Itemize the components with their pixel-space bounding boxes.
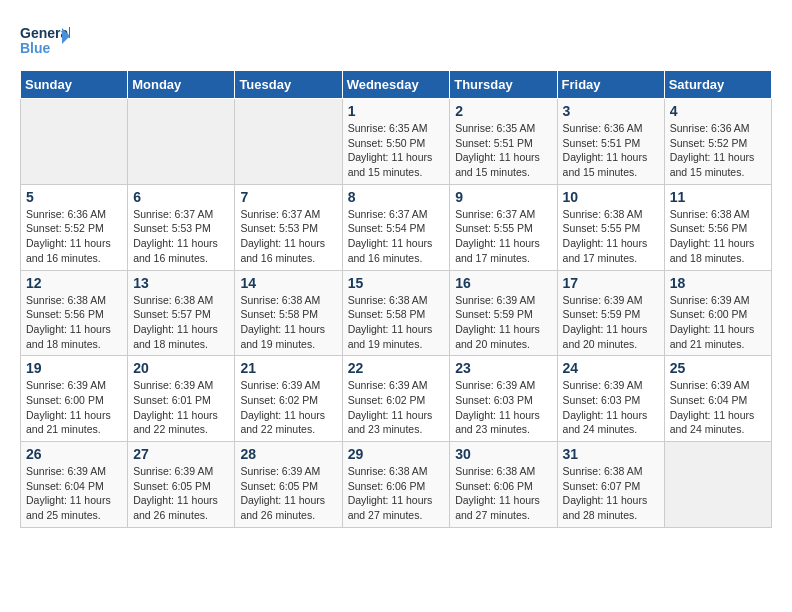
- calendar-cell: 4Sunrise: 6:36 AM Sunset: 5:52 PM Daylig…: [664, 99, 771, 185]
- day-number: 21: [240, 360, 336, 376]
- day-number: 9: [455, 189, 551, 205]
- day-info: Sunrise: 6:39 AM Sunset: 6:00 PM Dayligh…: [670, 293, 766, 352]
- day-info: Sunrise: 6:39 AM Sunset: 6:03 PM Dayligh…: [563, 378, 659, 437]
- day-info: Sunrise: 6:38 AM Sunset: 5:56 PM Dayligh…: [670, 207, 766, 266]
- calendar-cell: 30Sunrise: 6:38 AM Sunset: 6:06 PM Dayli…: [450, 442, 557, 528]
- day-number: 2: [455, 103, 551, 119]
- day-number: 31: [563, 446, 659, 462]
- calendar-cell: 20Sunrise: 6:39 AM Sunset: 6:01 PM Dayli…: [128, 356, 235, 442]
- day-number: 29: [348, 446, 445, 462]
- day-info: Sunrise: 6:39 AM Sunset: 6:03 PM Dayligh…: [455, 378, 551, 437]
- day-info: Sunrise: 6:35 AM Sunset: 5:51 PM Dayligh…: [455, 121, 551, 180]
- day-number: 15: [348, 275, 445, 291]
- day-number: 22: [348, 360, 445, 376]
- calendar-cell: [235, 99, 342, 185]
- calendar-cell: 3Sunrise: 6:36 AM Sunset: 5:51 PM Daylig…: [557, 99, 664, 185]
- day-info: Sunrise: 6:39 AM Sunset: 5:59 PM Dayligh…: [455, 293, 551, 352]
- week-row-4: 19Sunrise: 6:39 AM Sunset: 6:00 PM Dayli…: [21, 356, 772, 442]
- day-number: 10: [563, 189, 659, 205]
- weekday-header-saturday: Saturday: [664, 71, 771, 99]
- calendar-cell: 31Sunrise: 6:38 AM Sunset: 6:07 PM Dayli…: [557, 442, 664, 528]
- calendar-cell: 6Sunrise: 6:37 AM Sunset: 5:53 PM Daylig…: [128, 184, 235, 270]
- day-info: Sunrise: 6:38 AM Sunset: 5:55 PM Dayligh…: [563, 207, 659, 266]
- calendar-cell: 22Sunrise: 6:39 AM Sunset: 6:02 PM Dayli…: [342, 356, 450, 442]
- calendar-cell: 29Sunrise: 6:38 AM Sunset: 6:06 PM Dayli…: [342, 442, 450, 528]
- day-number: 17: [563, 275, 659, 291]
- weekday-header-wednesday: Wednesday: [342, 71, 450, 99]
- calendar-cell: 11Sunrise: 6:38 AM Sunset: 5:56 PM Dayli…: [664, 184, 771, 270]
- day-number: 20: [133, 360, 229, 376]
- calendar-cell: 14Sunrise: 6:38 AM Sunset: 5:58 PM Dayli…: [235, 270, 342, 356]
- day-number: 28: [240, 446, 336, 462]
- day-info: Sunrise: 6:36 AM Sunset: 5:51 PM Dayligh…: [563, 121, 659, 180]
- day-info: Sunrise: 6:39 AM Sunset: 6:05 PM Dayligh…: [133, 464, 229, 523]
- day-number: 11: [670, 189, 766, 205]
- calendar-cell: 15Sunrise: 6:38 AM Sunset: 5:58 PM Dayli…: [342, 270, 450, 356]
- week-row-5: 26Sunrise: 6:39 AM Sunset: 6:04 PM Dayli…: [21, 442, 772, 528]
- day-info: Sunrise: 6:39 AM Sunset: 6:02 PM Dayligh…: [348, 378, 445, 437]
- day-number: 4: [670, 103, 766, 119]
- day-info: Sunrise: 6:36 AM Sunset: 5:52 PM Dayligh…: [670, 121, 766, 180]
- day-number: 6: [133, 189, 229, 205]
- day-info: Sunrise: 6:38 AM Sunset: 5:58 PM Dayligh…: [240, 293, 336, 352]
- calendar-cell: 8Sunrise: 6:37 AM Sunset: 5:54 PM Daylig…: [342, 184, 450, 270]
- day-info: Sunrise: 6:36 AM Sunset: 5:52 PM Dayligh…: [26, 207, 122, 266]
- day-info: Sunrise: 6:38 AM Sunset: 5:56 PM Dayligh…: [26, 293, 122, 352]
- day-info: Sunrise: 6:38 AM Sunset: 6:06 PM Dayligh…: [455, 464, 551, 523]
- calendar-cell: [664, 442, 771, 528]
- calendar-cell: 5Sunrise: 6:36 AM Sunset: 5:52 PM Daylig…: [21, 184, 128, 270]
- weekday-header-friday: Friday: [557, 71, 664, 99]
- calendar-cell: 24Sunrise: 6:39 AM Sunset: 6:03 PM Dayli…: [557, 356, 664, 442]
- day-info: Sunrise: 6:37 AM Sunset: 5:53 PM Dayligh…: [133, 207, 229, 266]
- calendar-cell: 25Sunrise: 6:39 AM Sunset: 6:04 PM Dayli…: [664, 356, 771, 442]
- weekday-header-row: SundayMondayTuesdayWednesdayThursdayFrid…: [21, 71, 772, 99]
- day-number: 27: [133, 446, 229, 462]
- calendar-cell: 1Sunrise: 6:35 AM Sunset: 5:50 PM Daylig…: [342, 99, 450, 185]
- calendar-cell: 19Sunrise: 6:39 AM Sunset: 6:00 PM Dayli…: [21, 356, 128, 442]
- calendar-cell: 12Sunrise: 6:38 AM Sunset: 5:56 PM Dayli…: [21, 270, 128, 356]
- day-info: Sunrise: 6:39 AM Sunset: 6:05 PM Dayligh…: [240, 464, 336, 523]
- day-number: 12: [26, 275, 122, 291]
- day-info: Sunrise: 6:39 AM Sunset: 6:04 PM Dayligh…: [670, 378, 766, 437]
- day-info: Sunrise: 6:39 AM Sunset: 6:00 PM Dayligh…: [26, 378, 122, 437]
- weekday-header-thursday: Thursday: [450, 71, 557, 99]
- calendar-cell: 10Sunrise: 6:38 AM Sunset: 5:55 PM Dayli…: [557, 184, 664, 270]
- calendar-cell: 17Sunrise: 6:39 AM Sunset: 5:59 PM Dayli…: [557, 270, 664, 356]
- weekday-header-tuesday: Tuesday: [235, 71, 342, 99]
- calendar-cell: 16Sunrise: 6:39 AM Sunset: 5:59 PM Dayli…: [450, 270, 557, 356]
- day-info: Sunrise: 6:39 AM Sunset: 6:01 PM Dayligh…: [133, 378, 229, 437]
- calendar-cell: 28Sunrise: 6:39 AM Sunset: 6:05 PM Dayli…: [235, 442, 342, 528]
- day-info: Sunrise: 6:37 AM Sunset: 5:54 PM Dayligh…: [348, 207, 445, 266]
- calendar-cell: 9Sunrise: 6:37 AM Sunset: 5:55 PM Daylig…: [450, 184, 557, 270]
- day-number: 25: [670, 360, 766, 376]
- calendar-table: SundayMondayTuesdayWednesdayThursdayFrid…: [20, 70, 772, 528]
- calendar-cell: [128, 99, 235, 185]
- weekday-header-sunday: Sunday: [21, 71, 128, 99]
- calendar-cell: [21, 99, 128, 185]
- calendar-cell: 13Sunrise: 6:38 AM Sunset: 5:57 PM Dayli…: [128, 270, 235, 356]
- calendar-cell: 27Sunrise: 6:39 AM Sunset: 6:05 PM Dayli…: [128, 442, 235, 528]
- day-info: Sunrise: 6:35 AM Sunset: 5:50 PM Dayligh…: [348, 121, 445, 180]
- day-info: Sunrise: 6:38 AM Sunset: 6:06 PM Dayligh…: [348, 464, 445, 523]
- day-info: Sunrise: 6:38 AM Sunset: 6:07 PM Dayligh…: [563, 464, 659, 523]
- calendar-cell: 26Sunrise: 6:39 AM Sunset: 6:04 PM Dayli…: [21, 442, 128, 528]
- day-number: 7: [240, 189, 336, 205]
- day-number: 16: [455, 275, 551, 291]
- day-info: Sunrise: 6:37 AM Sunset: 5:53 PM Dayligh…: [240, 207, 336, 266]
- calendar-cell: 18Sunrise: 6:39 AM Sunset: 6:00 PM Dayli…: [664, 270, 771, 356]
- calendar-cell: 2Sunrise: 6:35 AM Sunset: 5:51 PM Daylig…: [450, 99, 557, 185]
- day-number: 24: [563, 360, 659, 376]
- day-info: Sunrise: 6:39 AM Sunset: 5:59 PM Dayligh…: [563, 293, 659, 352]
- week-row-3: 12Sunrise: 6:38 AM Sunset: 5:56 PM Dayli…: [21, 270, 772, 356]
- logo: General Blue: [20, 20, 70, 60]
- day-number: 23: [455, 360, 551, 376]
- svg-text:Blue: Blue: [20, 40, 51, 56]
- calendar-cell: 7Sunrise: 6:37 AM Sunset: 5:53 PM Daylig…: [235, 184, 342, 270]
- day-number: 30: [455, 446, 551, 462]
- day-number: 13: [133, 275, 229, 291]
- page-header: General Blue: [20, 20, 772, 60]
- day-number: 8: [348, 189, 445, 205]
- day-number: 26: [26, 446, 122, 462]
- day-number: 1: [348, 103, 445, 119]
- day-number: 14: [240, 275, 336, 291]
